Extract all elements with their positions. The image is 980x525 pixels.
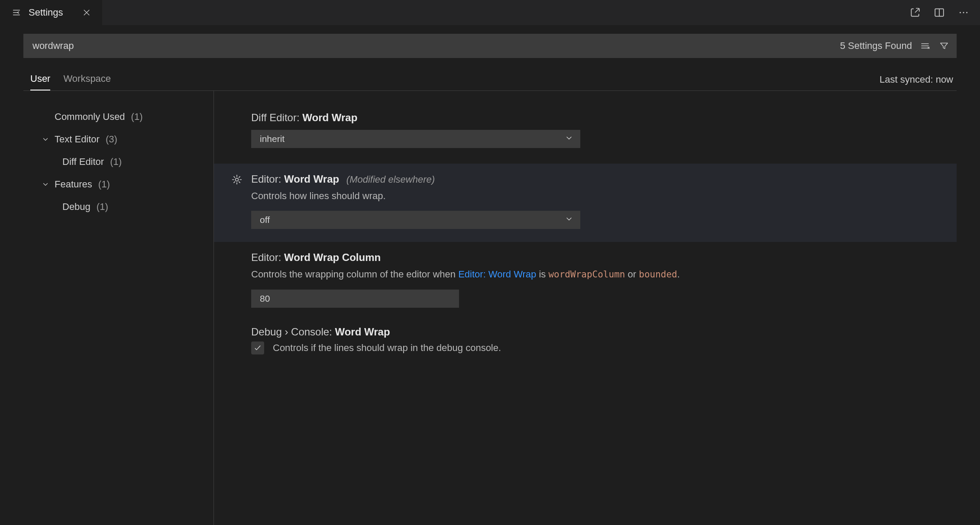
setting-title-prefix: Diff Editor: [251, 112, 302, 123]
setting-editor-word-wrap: Editor: Word Wrap (Modified elsewhere) C… [214, 164, 957, 242]
svg-point-1 [960, 12, 961, 13]
tree-count: (1) [131, 111, 143, 122]
search-right: 5 Settings Found [840, 40, 950, 52]
scope-tabs: User Workspace [23, 73, 111, 90]
filter-icon[interactable] [938, 40, 950, 52]
desc-link[interactable]: Editor: Word Wrap [458, 269, 536, 280]
chevron-down-icon [565, 134, 573, 145]
setting-checkbox-row: Controls if the lines should wrap in the… [251, 341, 944, 354]
scope-tab-user[interactable]: User [30, 73, 50, 90]
desc-code: wordWrapColumn [548, 269, 625, 280]
split-editor-icon[interactable] [933, 6, 945, 19]
settings-body: Commonly Used (1) Text Editor (3) Diff E… [23, 91, 957, 525]
setting-description: Controls if the lines should wrap in the… [273, 342, 501, 354]
tree-label: Text Editor [55, 134, 100, 145]
setting-diff-editor-word-wrap: Diff Editor: Word Wrap inherit [214, 106, 957, 160]
tree-item-debug[interactable]: Debug (1) [23, 196, 213, 218]
setting-title-name: Word Wrap Column [284, 251, 381, 263]
tab-bar: Settings [0, 0, 980, 25]
tab-settings[interactable]: Settings [0, 0, 102, 25]
tab-label: Settings [29, 7, 63, 18]
chevron-down-icon [41, 135, 50, 143]
setting-title-name: Word Wrap [284, 173, 339, 185]
diff-word-wrap-select[interactable]: inherit [251, 130, 580, 148]
gear-icon[interactable] [231, 174, 243, 187]
setting-debug-console-word-wrap: Debug › Console: Word Wrap Controls if t… [214, 320, 957, 367]
setting-title-prefix: Editor: [251, 173, 284, 185]
tree-item-text-editor[interactable]: Text Editor (3) [23, 128, 213, 151]
scope-row: User Workspace Last synced: now [23, 69, 957, 91]
desc-text: or [625, 269, 639, 280]
setting-title-name: Word Wrap [302, 112, 357, 123]
search-row: 5 Settings Found [0, 25, 980, 58]
tree-count: (1) [110, 156, 122, 167]
tab-bar-left: Settings [0, 0, 102, 25]
input-value: 80 [260, 293, 270, 304]
search-count-label: 5 Settings Found [840, 40, 912, 52]
tree-label: Diff Editor [62, 156, 104, 167]
setting-description: Controls how lines should wrap. [251, 189, 944, 203]
tab-bar-actions [909, 0, 980, 25]
setting-title-prefix: Editor: [251, 251, 284, 263]
tree-label: Debug [62, 201, 91, 213]
select-value: inherit [260, 134, 285, 144]
svg-point-2 [963, 12, 964, 13]
tree-label: Features [55, 179, 92, 190]
setting-title-prefix: Debug › Console: [251, 326, 335, 338]
setting-title: Editor: Word Wrap Column [251, 251, 944, 264]
setting-title: Editor: Word Wrap (Modified elsewhere) [251, 173, 944, 185]
open-settings-json-icon[interactable] [909, 6, 921, 19]
svg-point-4 [236, 178, 239, 181]
tree-label: Commonly Used [55, 111, 125, 122]
sync-status: Last synced: now [880, 74, 957, 90]
tree-count: (3) [106, 134, 117, 145]
close-tab-icon[interactable] [81, 6, 93, 19]
search-input[interactable] [32, 40, 840, 52]
setting-title: Diff Editor: Word Wrap [251, 112, 944, 124]
setting-description: Controls the wrapping column of the edit… [251, 267, 944, 282]
chevron-down-icon [41, 180, 50, 188]
chevron-down-icon [565, 215, 573, 225]
svg-point-3 [966, 12, 967, 13]
setting-title-name: Word Wrap [335, 326, 390, 338]
more-actions-icon[interactable] [957, 6, 970, 19]
settings-tree: Commonly Used (1) Text Editor (3) Diff E… [23, 91, 214, 525]
clear-search-icon[interactable] [919, 40, 931, 52]
tree-item-features[interactable]: Features (1) [23, 173, 213, 196]
setting-title: Debug › Console: Word Wrap [251, 326, 944, 338]
debug-word-wrap-checkbox[interactable] [251, 341, 264, 354]
desc-text: . [677, 269, 680, 280]
tree-item-diff-editor[interactable]: Diff Editor (1) [23, 151, 213, 173]
modified-elsewhere-badge: (Modified elsewhere) [346, 174, 435, 185]
tree-item-commonly-used[interactable]: Commonly Used (1) [23, 106, 213, 128]
search-box: 5 Settings Found [23, 34, 957, 58]
setting-editor-word-wrap-column: Editor: Word Wrap Column Controls the wr… [214, 245, 957, 320]
select-value: off [260, 215, 270, 225]
tree-count: (1) [98, 179, 110, 190]
tree-count: (1) [97, 201, 108, 213]
scope-tab-workspace[interactable]: Workspace [63, 73, 111, 90]
desc-code: bounded [639, 269, 677, 280]
settings-tab-icon [10, 6, 23, 19]
desc-text: Controls the wrapping column of the edit… [251, 269, 458, 280]
desc-text: is [536, 269, 548, 280]
word-wrap-column-input[interactable]: 80 [251, 290, 459, 308]
editor-word-wrap-select[interactable]: off [251, 211, 580, 229]
settings-list: Diff Editor: Word Wrap inherit Editor: W… [214, 91, 957, 525]
